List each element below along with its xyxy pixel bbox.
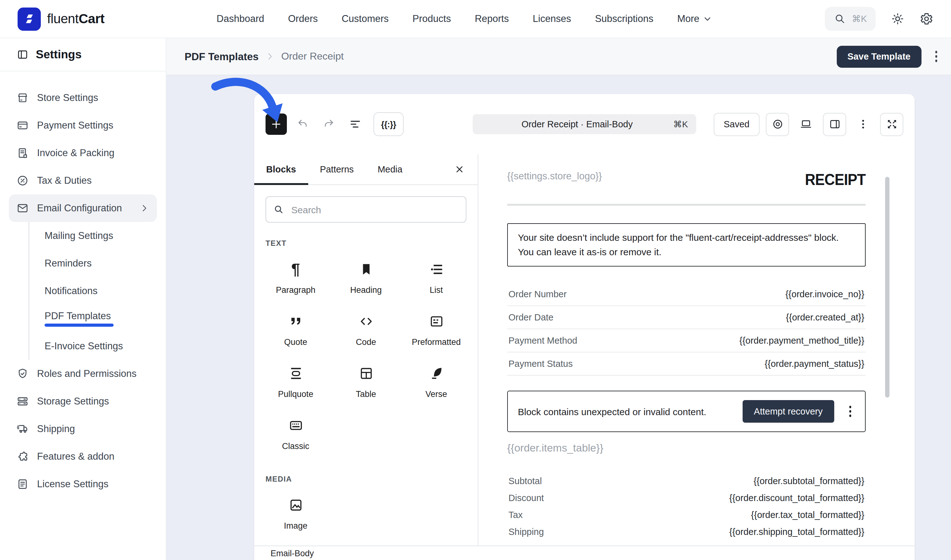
block-heading[interactable]: Heading xyxy=(331,250,401,302)
tab-media[interactable]: Media xyxy=(366,154,414,185)
footer-block-path[interactable]: Email-Body xyxy=(270,548,314,558)
inserter-tabs: Blocks Patterns Media xyxy=(254,154,478,185)
unsupported-block-notice[interactable]: Your site doesn’t include support for th… xyxy=(507,223,866,266)
total-row-subtotal[interactable]: Subtotal {{order.subtotal_formatted}} xyxy=(507,472,866,489)
block-list[interactable]: List xyxy=(401,250,471,302)
block-preformatted[interactable]: Preformatted xyxy=(401,302,471,354)
sidebar-subitem-reminders[interactable]: Reminders xyxy=(29,249,157,277)
verse-feather-icon xyxy=(428,364,444,383)
gear-icon xyxy=(920,12,933,26)
redo-button[interactable] xyxy=(318,114,340,135)
list-icon xyxy=(428,260,444,278)
total-row-shipping[interactable]: Shipping {{order.shipping_total_formatte… xyxy=(507,523,866,540)
global-search-button[interactable]: ⌘K xyxy=(825,7,876,31)
image-icon xyxy=(288,495,304,514)
block-table[interactable]: Table xyxy=(331,354,401,406)
brand[interactable]: fluentCart xyxy=(18,7,105,31)
document-shortcut: ⌘K xyxy=(673,119,688,129)
sidebar-item-store-settings[interactable]: Store Settings xyxy=(9,84,157,112)
nav-subscriptions[interactable]: Subscriptions xyxy=(595,13,653,25)
block-code[interactable]: Code xyxy=(331,302,401,354)
media-section-title: MEDIA xyxy=(254,458,478,486)
saved-status-button[interactable]: Saved xyxy=(714,112,760,136)
breadcrumb: PDF Templates Order Receipt xyxy=(185,51,344,62)
document-switcher[interactable]: Order Receipt · Email-Body ⌘K xyxy=(473,114,696,134)
block-search-input[interactable] xyxy=(290,203,459,215)
tab-blocks[interactable]: Blocks xyxy=(254,154,308,185)
field-row-payment-method[interactable]: Payment Method {{order.payment_method_ti… xyxy=(507,329,866,352)
nav-licenses[interactable]: Licenses xyxy=(533,13,571,25)
breadcrumb-chevron-icon xyxy=(265,51,275,62)
block-options-button[interactable] xyxy=(845,402,855,421)
field-row-order-date[interactable]: Order Date {{order.created_at}} xyxy=(507,306,866,329)
header-divider xyxy=(507,204,866,206)
template-canvas[interactable]: {{settings.store_logo}} RECEIPT Your sit… xyxy=(478,154,915,560)
sidebar-subitem-e-invoice-settings[interactable]: E-Invoice Settings xyxy=(29,332,157,360)
sidebar-item-tax-duties[interactable]: Tax & Duties xyxy=(9,167,157,194)
sidebar-item-shipping[interactable]: Shipping xyxy=(9,415,157,443)
sidebar-item-features-addon[interactable]: Features & addon xyxy=(9,443,157,470)
items-table-placeholder[interactable]: {{order.items_table}} xyxy=(507,442,866,455)
total-row-discount[interactable]: Discount {{order.discount_total_formatte… xyxy=(507,489,866,506)
sidebar-item-roles-permissions[interactable]: Roles and Permissions xyxy=(9,360,157,388)
receipt-title[interactable]: RECEIPT xyxy=(805,171,866,189)
preview-button[interactable] xyxy=(766,112,789,136)
block-verse[interactable]: Verse xyxy=(401,354,471,406)
nav-more[interactable]: More xyxy=(677,13,713,25)
fullscreen-button[interactable] xyxy=(880,112,903,136)
page-more-options-button[interactable] xyxy=(931,47,941,66)
template-variables-button[interactable]: {{:}} xyxy=(374,112,404,136)
block-pullquote[interactable]: Pullquote xyxy=(261,354,331,406)
breadcrumb-parent[interactable]: PDF Templates xyxy=(185,51,259,62)
pullquote-icon xyxy=(288,364,304,383)
undo-button[interactable] xyxy=(292,114,313,135)
sidebar-subitem-pdf-templates[interactable]: PDF Templates xyxy=(29,305,157,332)
sidebar-item-email-configuration[interactable]: Email Configuration xyxy=(9,194,157,222)
canvas-scrollbar[interactable] xyxy=(885,177,889,398)
block-quote[interactable]: Quote xyxy=(261,302,331,354)
store-logo-placeholder[interactable]: {{settings.store_logo}} xyxy=(507,171,602,182)
list-view-icon xyxy=(349,118,361,131)
sidebar-item-license-settings[interactable]: License Settings xyxy=(9,470,157,498)
settings-panel-toggle-button[interactable] xyxy=(823,112,846,136)
nav-dashboard[interactable]: Dashboard xyxy=(216,13,264,25)
sidebar-item-payment-settings[interactable]: Payment Settings xyxy=(9,112,157,139)
plus-icon xyxy=(270,118,283,131)
settings-gear-button[interactable] xyxy=(920,12,933,26)
block-image[interactable]: Image xyxy=(261,486,331,538)
undo-icon xyxy=(296,118,309,131)
sidebar-item-storage-settings[interactable]: Storage Settings xyxy=(9,388,157,415)
shield-check-icon xyxy=(16,368,29,380)
sidebar-header: Settings xyxy=(0,38,166,71)
block-classic[interactable]: Classic xyxy=(261,406,331,458)
theme-toggle-button[interactable] xyxy=(891,12,905,26)
sidebar-subitem-notifications[interactable]: Notifications xyxy=(29,277,157,305)
toolbar-right-actions: Saved xyxy=(714,112,903,136)
block-inserter-toggle-button[interactable] xyxy=(266,114,287,135)
total-row-tax[interactable]: Tax {{order.tax_total_formatted}} xyxy=(507,506,866,523)
sidebar-item-invoice-packing[interactable]: Invoice & Packing xyxy=(9,139,157,167)
mail-icon xyxy=(16,202,29,214)
list-view-button[interactable] xyxy=(344,114,366,135)
nav-products[interactable]: Products xyxy=(412,13,451,25)
paragraph-icon: ¶ xyxy=(291,260,300,278)
sidebar-subitem-mailing-settings[interactable]: Mailing Settings xyxy=(29,222,157,249)
field-row-payment-status[interactable]: Payment Status {{order.payment_status}} xyxy=(507,352,866,375)
tab-patterns[interactable]: Patterns xyxy=(308,154,366,185)
nav-reports[interactable]: Reports xyxy=(475,13,509,25)
field-row-order-number[interactable]: Order Number {{order.invoice_no}} xyxy=(507,283,866,306)
active-item-underline xyxy=(45,323,114,327)
attempt-recovery-button[interactable]: Attempt recovery xyxy=(743,400,834,423)
editor-more-options-button[interactable] xyxy=(852,114,874,135)
close-icon xyxy=(454,163,465,175)
topbar-actions: ⌘K xyxy=(825,7,933,31)
nav-customers[interactable]: Customers xyxy=(341,13,389,25)
editor-footer-breadcrumb: Email-Body xyxy=(254,546,915,560)
save-template-button[interactable]: Save Template xyxy=(837,45,921,68)
invalid-block-message: Block contains unexpected or invalid con… xyxy=(518,406,731,417)
page-header: PDF Templates Order Receipt Save Templat… xyxy=(166,38,951,75)
close-inserter-button[interactable] xyxy=(450,160,469,179)
block-paragraph[interactable]: ¶ Paragraph xyxy=(261,250,331,302)
device-preview-button[interactable] xyxy=(795,114,817,135)
nav-orders[interactable]: Orders xyxy=(288,13,318,25)
